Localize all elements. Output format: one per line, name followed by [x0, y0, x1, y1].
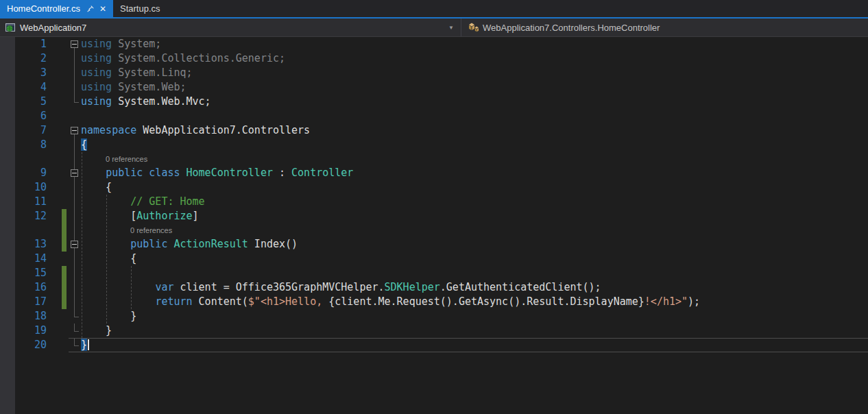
breakpoint-margin[interactable] — [0, 80, 15, 95]
change-bar — [55, 237, 69, 252]
fold-toggle-icon[interactable] — [71, 169, 78, 177]
outline-margin[interactable] — [69, 237, 81, 252]
code-text[interactable]: using System.Web.Mvc; — [81, 95, 868, 109]
breakpoint-margin[interactable] — [0, 109, 15, 123]
line-number[interactable]: 9 — [15, 166, 55, 180]
code-token: using — [81, 38, 112, 50]
line-number[interactable]: 14 — [15, 252, 55, 266]
breadcrumb-project-dropdown[interactable]: WebApplication7 ▼ — [0, 19, 461, 36]
code-token: } — [81, 310, 136, 322]
breakpoint-margin[interactable] — [0, 138, 15, 152]
code-text[interactable]: using System.Collections.Generic; — [81, 51, 868, 66]
fold-toggle-icon[interactable] — [71, 241, 78, 248]
breakpoint-margin[interactable] — [0, 123, 15, 138]
line-number[interactable]: 10 — [15, 180, 55, 195]
line-number[interactable]: 17 — [15, 295, 55, 309]
code-text[interactable] — [81, 109, 868, 123]
breakpoint-margin[interactable] — [0, 195, 15, 209]
code-text[interactable]: return Content($"<h1>Hello, {client.Me.R… — [81, 295, 868, 309]
line-number[interactable]: 11 — [15, 195, 55, 209]
breakpoint-margin[interactable] — [0, 51, 15, 66]
breakpoint-margin[interactable] — [0, 223, 15, 237]
line-number[interactable]: 1 — [15, 37, 55, 51]
line-number[interactable]: 2 — [15, 51, 55, 66]
code-text[interactable]: // GET: Home — [81, 195, 868, 209]
fold-toggle-icon[interactable] — [71, 127, 78, 134]
codelens-label[interactable]: 0 references — [81, 152, 868, 166]
chevron-down-icon[interactable]: ▼ — [448, 25, 454, 31]
line-number[interactable]: 8 — [15, 138, 55, 152]
breakpoint-margin[interactable] — [0, 252, 15, 266]
code-token: Controller — [291, 167, 353, 179]
code-token: using — [81, 95, 112, 108]
change-bar-slot — [55, 80, 69, 95]
pin-icon[interactable] — [86, 5, 95, 13]
fold-toggle-icon[interactable] — [71, 40, 78, 48]
code-editor[interactable]: 1using System;2using System.Collections.… — [0, 37, 868, 414]
code-text[interactable]: } — [81, 324, 868, 338]
line-number[interactable]: 13 — [15, 237, 55, 252]
breakpoint-margin[interactable] — [0, 152, 15, 166]
code-line: 8{ — [0, 138, 868, 152]
change-bar-slot — [55, 66, 69, 80]
line-number[interactable] — [15, 223, 55, 237]
outline-margin[interactable] — [69, 123, 81, 138]
code-text[interactable]: public ActionResult Index() — [81, 237, 868, 252]
breakpoint-margin[interactable] — [0, 324, 15, 338]
line-number[interactable]: 19 — [15, 324, 55, 338]
breakpoint-margin[interactable] — [0, 180, 15, 195]
line-number[interactable]: 15 — [15, 266, 55, 280]
code-token: client = Office365GraphMVCHelper. — [173, 281, 384, 293]
outline-margin[interactable] — [69, 166, 81, 180]
breakpoint-margin[interactable] — [0, 166, 15, 180]
breakpoint-margin[interactable] — [0, 266, 15, 280]
change-bar — [55, 266, 69, 280]
code-text[interactable]: [Authorize] — [81, 209, 868, 223]
tab-startup[interactable]: Startup.cs — [113, 0, 167, 17]
codelens-label[interactable]: 0 references — [81, 223, 868, 237]
code-text[interactable]: using System.Linq; — [81, 66, 868, 80]
code-text[interactable]: } — [81, 338, 868, 352]
breakpoint-margin[interactable] — [0, 37, 15, 51]
breakpoint-margin[interactable] — [0, 237, 15, 252]
line-number[interactable]: 4 — [15, 80, 55, 95]
code-token — [81, 281, 155, 293]
line-number[interactable] — [15, 152, 55, 166]
code-token — [143, 167, 149, 179]
line-number[interactable]: 16 — [15, 280, 55, 295]
line-number[interactable]: 5 — [15, 95, 55, 109]
line-number[interactable]: 6 — [15, 109, 55, 123]
code-text[interactable] — [81, 266, 868, 280]
outline-margin — [69, 180, 81, 195]
breakpoint-margin[interactable] — [0, 309, 15, 324]
breakpoint-margin[interactable] — [0, 280, 15, 295]
line-number[interactable]: 7 — [15, 123, 55, 138]
close-icon[interactable]: ✕ — [99, 5, 106, 13]
code-text[interactable]: { — [81, 138, 868, 152]
breakpoint-margin[interactable] — [0, 295, 15, 309]
line-number[interactable]: 3 — [15, 66, 55, 80]
line-number[interactable]: 12 — [15, 209, 55, 223]
line-number[interactable]: 20 — [15, 338, 55, 352]
code-text[interactable]: public class HomeController : Controller — [81, 166, 868, 180]
code-text[interactable]: { — [81, 180, 868, 195]
breadcrumb-member-label: WebApplication7.Controllers.HomeControll… — [483, 23, 660, 33]
code-text[interactable]: using System; — [81, 37, 868, 51]
outline-margin — [69, 280, 81, 295]
breadcrumb-member-dropdown[interactable]: WebApplication7.Controllers.HomeControll… — [461, 19, 660, 36]
breakpoint-margin[interactable] — [0, 338, 15, 352]
code-text[interactable]: namespace WebApplication7.Controllers — [81, 123, 868, 138]
tab-homecontroller[interactable]: HomeController.cs ✕ — [0, 0, 113, 17]
outline-margin[interactable] — [69, 37, 81, 51]
code-line: 20} — [0, 338, 868, 352]
code-line: 5using System.Web.Mvc; — [0, 95, 868, 109]
breakpoint-margin[interactable] — [0, 66, 15, 80]
code-text[interactable]: { — [81, 252, 868, 266]
code-token — [81, 195, 130, 208]
breakpoint-margin[interactable] — [0, 95, 15, 109]
code-text[interactable]: using System.Web; — [81, 80, 868, 95]
code-text[interactable]: } — [81, 309, 868, 324]
code-text[interactable]: var client = Office365GraphMVCHelper.SDK… — [81, 280, 868, 295]
breakpoint-margin[interactable] — [0, 209, 15, 223]
line-number[interactable]: 18 — [15, 309, 55, 324]
